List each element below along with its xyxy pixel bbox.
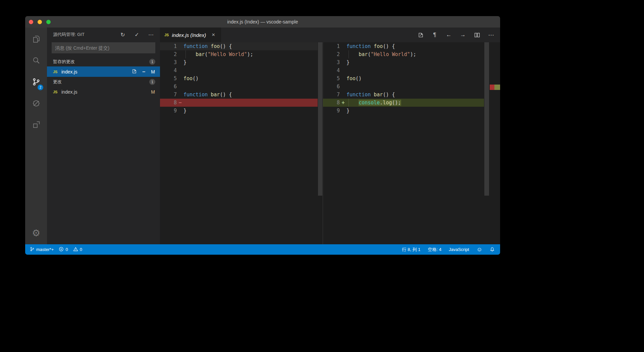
branch-status[interactable]: master*+	[30, 247, 54, 253]
sidebar-title: 源代码管理: GIT	[53, 32, 120, 38]
status-bar: master*+ 0 0 行 8,	[25, 244, 500, 255]
overview-added-mark	[494, 85, 500, 90]
activity-explorer-button[interactable]	[25, 29, 47, 50]
code-line: 9}	[160, 107, 318, 115]
sidebar-header: 源代码管理: GIT ↻ ✓ ⋯	[47, 28, 160, 42]
source-control-sidebar: 源代码管理: GIT ↻ ✓ ⋯ 暂存的更改 1 JS index.js	[47, 28, 160, 244]
refresh-icon[interactable]: ↻	[120, 32, 126, 38]
code-line: 4	[160, 66, 318, 74]
branch-name: master*+	[36, 247, 54, 252]
code-line: 7function bar() {	[160, 91, 318, 99]
close-tab-icon[interactable]: ×	[212, 32, 215, 38]
staged-file-row[interactable]: JS index.js − M	[47, 66, 160, 77]
code-line: 6	[160, 83, 318, 91]
extensions-icon	[32, 120, 41, 131]
titlebar: index.js (Index) — vscode-sample	[25, 16, 500, 28]
cursor-position-status[interactable]: 行 8, 列 1	[402, 247, 421, 253]
activity-extensions-button[interactable]	[25, 115, 47, 136]
code-line: 7function bar() {	[323, 91, 484, 99]
code-line: 2 bar("Hello World");	[160, 50, 318, 58]
open-file-icon[interactable]	[418, 32, 424, 38]
minimize-window-button[interactable]	[38, 20, 42, 24]
code-line: 3}	[160, 58, 318, 66]
changes-header[interactable]: 更改 1	[47, 77, 160, 87]
split-editor-icon[interactable]	[474, 32, 480, 38]
diff-original-pane: 1function foo() {2 bar("Hello World");3}…	[160, 42, 318, 244]
scrollbar-thumb[interactable]	[318, 42, 322, 196]
scm-count-badge: 2	[38, 85, 43, 90]
close-window-button[interactable]	[29, 20, 33, 24]
next-change-icon[interactable]: →	[460, 32, 466, 38]
gear-icon: ⚙	[32, 228, 40, 239]
right-scrollbar	[484, 42, 500, 244]
js-file-icon: JS	[53, 70, 59, 74]
tab-bar: JS index.js (Index) × ¶ ← →	[160, 28, 500, 42]
activity-source-control-button[interactable]: 2	[25, 72, 47, 93]
changes-count-badge: 1	[149, 79, 155, 85]
left-scrollbar	[318, 42, 323, 244]
open-file-icon[interactable]	[132, 69, 137, 75]
unstage-icon[interactable]: −	[142, 69, 145, 75]
code-line: 2 bar("Hello World");	[323, 50, 484, 58]
search-icon	[32, 56, 41, 66]
warnings-status[interactable]: 0	[73, 247, 82, 253]
maximize-window-button[interactable]	[46, 20, 51, 24]
previous-change-icon[interactable]: ←	[446, 32, 452, 38]
warning-icon	[73, 247, 78, 253]
code-line: 4	[323, 66, 484, 74]
notifications-bell-icon[interactable]	[490, 247, 495, 252]
feedback-smiley-icon[interactable]: ☺	[477, 247, 482, 252]
staged-changes-label: 暂存的更改	[53, 59, 149, 65]
staged-changes-header[interactable]: 暂存的更改 1	[47, 57, 160, 66]
editor-toolbar: ¶ ← → ⋯	[418, 28, 494, 42]
warning-count: 0	[80, 247, 82, 252]
settings-gear-button[interactable]: ⚙	[32, 226, 40, 240]
files-icon	[32, 34, 41, 45]
whitespace-toggle-icon[interactable]: ¶	[432, 32, 438, 38]
errors-status[interactable]: 0	[59, 247, 68, 253]
editor-area: JS index.js (Index) × ¶ ← →	[160, 28, 500, 244]
more-actions-icon[interactable]: ⋯	[148, 32, 154, 38]
indentation-status[interactable]: 空格: 4	[428, 247, 441, 253]
traffic-lights	[29, 20, 51, 24]
scrollbar-thumb[interactable]	[484, 42, 489, 196]
code-line: 1function foo() {	[160, 42, 318, 50]
more-actions-icon[interactable]: ⋯	[488, 32, 494, 39]
overview-deleted-mark	[490, 85, 494, 90]
commit-check-icon[interactable]: ✓	[134, 32, 140, 38]
diff-modified-pane: 1function foo() {2 bar("Hello World");3}…	[323, 42, 484, 244]
activity-bar: 2 ⚙	[25, 28, 47, 244]
activity-debug-button[interactable]	[25, 93, 47, 115]
git-branch-icon	[30, 247, 35, 253]
vscode-window: index.js (Index) — vscode-sample	[25, 16, 500, 255]
code-line: 3}	[323, 58, 484, 66]
tab-label: index.js (Index)	[172, 32, 206, 38]
activity-search-button[interactable]	[25, 50, 47, 72]
modified-badge: M	[151, 69, 155, 74]
tab-index-js[interactable]: JS index.js (Index) ×	[160, 28, 221, 42]
diff-editor: 1function foo() {2 bar("Hello World");3}…	[160, 42, 500, 244]
changed-file-name: index.js	[61, 89, 148, 95]
code-line: 8−	[160, 99, 318, 107]
code-line: 9}	[323, 107, 484, 115]
code-line: 5foo()	[323, 74, 484, 83]
error-icon	[59, 247, 64, 253]
code-line: 8+ console.log();	[323, 99, 484, 107]
error-count: 0	[65, 247, 68, 252]
language-mode-status[interactable]: JavaScript	[449, 247, 469, 252]
js-file-icon: JS	[53, 90, 59, 94]
code-line: 1function foo() {	[323, 42, 484, 50]
commit-message-input[interactable]	[52, 42, 155, 53]
window-title: index.js (Index) — vscode-sample	[25, 19, 500, 24]
staged-count-badge: 1	[149, 59, 155, 65]
js-file-icon: JS	[164, 33, 169, 37]
modified-badge: M	[151, 89, 155, 95]
code-line: 6	[323, 83, 484, 91]
changes-label: 更改	[53, 79, 149, 85]
code-line: 5foo()	[160, 74, 318, 83]
debug-icon	[32, 99, 41, 109]
staged-file-name: index.js	[61, 69, 129, 74]
changed-file-row[interactable]: JS index.js M	[47, 87, 160, 97]
